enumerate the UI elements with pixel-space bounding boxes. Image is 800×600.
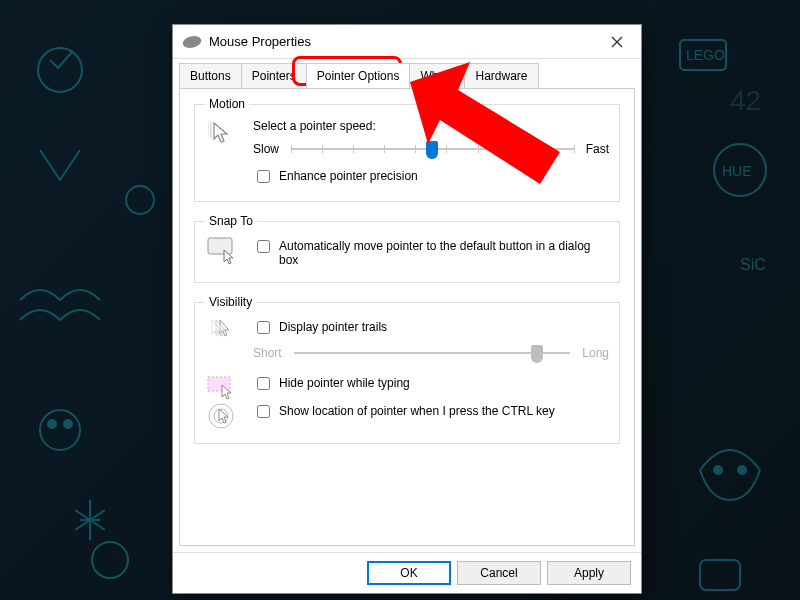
ctrl-locate-input[interactable] <box>257 405 270 418</box>
svg-rect-13 <box>700 560 740 590</box>
svg-text:LEGO: LEGO <box>686 47 725 63</box>
enhance-precision-checkbox[interactable]: Enhance pointer precision <box>253 169 609 186</box>
mouse-properties-dialog: Mouse Properties Buttons Pointers Pointe… <box>172 24 642 594</box>
speed-thumb[interactable] <box>426 141 438 159</box>
trails-thumb <box>531 345 543 363</box>
svg-point-9 <box>714 466 722 474</box>
slow-label: Slow <box>253 142 279 156</box>
snapto-label: Automatically move pointer to the defaul… <box>279 239 609 267</box>
svg-point-6 <box>40 410 80 450</box>
tab-buttons[interactable]: Buttons <box>179 63 242 88</box>
motion-icon <box>205 119 241 149</box>
svg-point-14 <box>126 186 154 214</box>
mouse-icon <box>181 36 203 48</box>
svg-point-0 <box>38 48 82 92</box>
short-label: Short <box>253 346 282 360</box>
visibility-legend: Visibility <box>205 295 256 309</box>
hide-typing-icon <box>205 373 241 401</box>
trails-slider <box>294 343 571 363</box>
close-icon <box>611 36 623 48</box>
speed-slider[interactable] <box>291 139 574 159</box>
dialog-buttons: OK Cancel Apply <box>173 552 641 593</box>
motion-group: Motion Select a pointer speed: Slow <box>194 97 620 202</box>
enhance-precision-input[interactable] <box>257 170 270 183</box>
hide-typing-checkbox[interactable]: Hide pointer while typing <box>253 376 609 393</box>
close-button[interactable] <box>595 27 639 57</box>
trails-icon <box>205 317 241 345</box>
svg-text:HUE: HUE <box>722 163 752 179</box>
long-label: Long <box>582 346 609 360</box>
svg-point-12 <box>92 542 128 578</box>
enhance-precision-label: Enhance pointer precision <box>279 169 418 183</box>
snapto-group: Snap To Automatically move pointer to th… <box>194 214 620 283</box>
titlebar: Mouse Properties <box>173 25 641 59</box>
ctrl-locate-icon <box>205 401 241 431</box>
trails-label: Display pointer trails <box>279 320 387 334</box>
svg-point-10 <box>738 466 746 474</box>
svg-rect-15 <box>208 238 232 254</box>
trails-input[interactable] <box>257 321 270 334</box>
snapto-input[interactable] <box>257 240 270 253</box>
tab-row: Buttons Pointers Pointer Options Wheel H… <box>173 59 641 88</box>
tab-hardware[interactable]: Hardware <box>464 63 538 88</box>
ctrl-locate-checkbox[interactable]: Show location of pointer when I press th… <box>253 404 609 421</box>
svg-text:42: 42 <box>730 85 761 116</box>
snapto-checkbox[interactable]: Automatically move pointer to the defaul… <box>253 239 609 267</box>
svg-point-8 <box>64 420 72 428</box>
svg-text:SiC: SiC <box>740 256 766 273</box>
hide-typing-input[interactable] <box>257 377 270 390</box>
trails-checkbox[interactable]: Display pointer trails <box>253 320 609 337</box>
tab-wheel[interactable]: Wheel <box>409 63 465 88</box>
speed-label: Select a pointer speed: <box>253 119 609 133</box>
snapto-icon <box>205 236 241 266</box>
snapto-legend: Snap To <box>205 214 257 228</box>
ok-button[interactable]: OK <box>367 561 451 585</box>
tab-pointers[interactable]: Pointers <box>241 63 307 88</box>
fast-label: Fast <box>586 142 609 156</box>
motion-legend: Motion <box>205 97 249 111</box>
cancel-button[interactable]: Cancel <box>457 561 541 585</box>
tab-pointer-options[interactable]: Pointer Options <box>306 63 411 88</box>
tab-panel: Motion Select a pointer speed: Slow <box>179 88 635 546</box>
hide-typing-label: Hide pointer while typing <box>279 376 410 390</box>
svg-point-7 <box>48 420 56 428</box>
window-title: Mouse Properties <box>209 34 311 49</box>
visibility-group: Visibility Display pointer trails <box>194 295 620 444</box>
apply-button[interactable]: Apply <box>547 561 631 585</box>
ctrl-locate-label: Show location of pointer when I press th… <box>279 404 555 418</box>
